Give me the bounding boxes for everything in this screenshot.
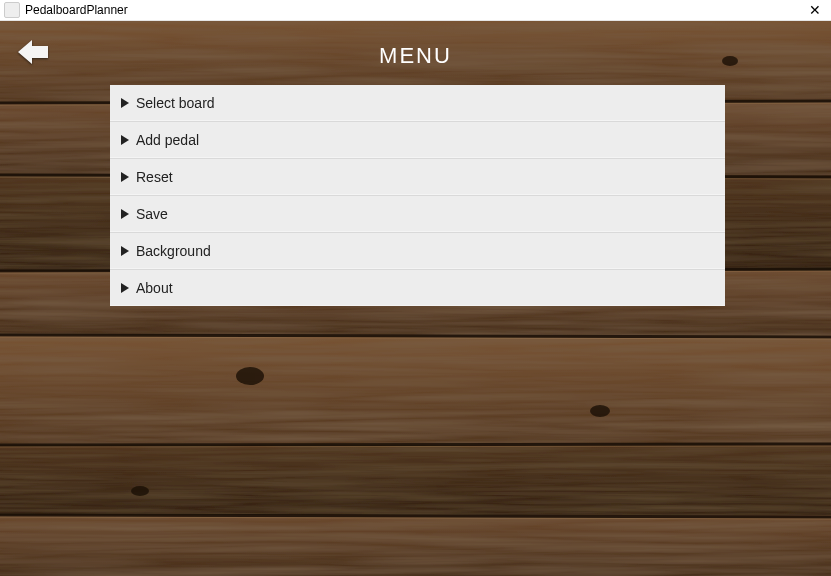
chevron-right-icon [120, 283, 130, 293]
titlebar-left: PedalboardPlanner [4, 0, 128, 20]
chevron-right-icon [120, 135, 130, 145]
menu-item-reset[interactable]: Reset [110, 159, 725, 196]
menu-item-label: Background [136, 243, 211, 259]
menu-item-save[interactable]: Save [110, 196, 725, 233]
chevron-right-icon [120, 209, 130, 219]
titlebar: PedalboardPlanner ✕ [0, 0, 831, 21]
menu-heading: MENU [0, 43, 831, 69]
menu-item-add-pedal[interactable]: Add pedal [110, 122, 725, 159]
chevron-right-icon [120, 246, 130, 256]
menu-item-about[interactable]: About [110, 270, 725, 306]
svg-marker-25 [121, 98, 129, 108]
svg-marker-26 [121, 135, 129, 145]
svg-marker-29 [121, 246, 129, 256]
menu-item-label: Reset [136, 169, 173, 185]
menu-item-label: Select board [136, 95, 215, 111]
chevron-right-icon [120, 98, 130, 108]
menu-item-label: About [136, 280, 173, 296]
menu-list: Select board Add pedal Reset Save Backgr… [110, 85, 725, 306]
window-title: PedalboardPlanner [25, 0, 128, 20]
menu-item-background[interactable]: Background [110, 233, 725, 270]
chevron-right-icon [120, 172, 130, 182]
app-icon [4, 2, 20, 18]
svg-marker-30 [121, 283, 129, 293]
menu-item-label: Add pedal [136, 132, 199, 148]
menu-item-label: Save [136, 206, 168, 222]
close-button[interactable]: ✕ [805, 1, 825, 19]
svg-marker-28 [121, 209, 129, 219]
app-body: MENU Select board Add pedal Reset Save [0, 21, 831, 576]
menu-item-select-board[interactable]: Select board [110, 85, 725, 122]
svg-marker-27 [121, 172, 129, 182]
